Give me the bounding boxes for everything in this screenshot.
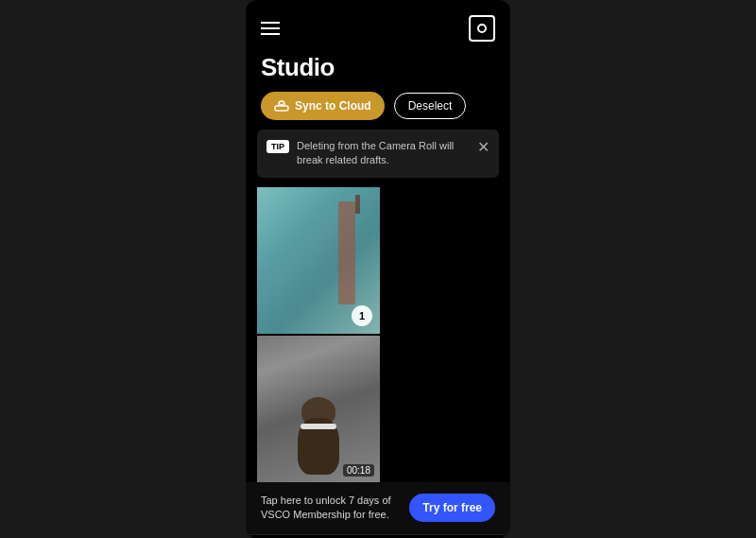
photo-item-2[interactable]: 00:18 bbox=[257, 336, 380, 482]
promo-text: Tap here to unlock 7 days of VSCO Member… bbox=[261, 494, 400, 523]
photo-cat-image bbox=[257, 336, 380, 482]
cat-collar bbox=[301, 424, 336, 429]
try-free-button[interactable]: Try for free bbox=[409, 494, 495, 522]
tip-banner: TIP Deleting from the Camera Roll will b… bbox=[257, 130, 499, 178]
photo-item-1[interactable]: 1 bbox=[257, 187, 380, 334]
photo-grid: 1 00:18 bbox=[246, 187, 510, 482]
top-bar bbox=[246, 0, 510, 49]
svg-rect-0 bbox=[275, 106, 288, 111]
sync-label: Sync to Cloud bbox=[295, 99, 371, 113]
sync-to-cloud-button[interactable]: Sync to Cloud bbox=[261, 92, 385, 120]
camera-icon[interactable] bbox=[469, 15, 495, 42]
tip-label: TIP bbox=[266, 140, 289, 153]
sync-icon bbox=[274, 98, 289, 113]
bottom-nav: Edit Video Montage Share bbox=[246, 534, 510, 538]
tip-message: Deleting from the Camera Roll will break… bbox=[297, 139, 470, 168]
cat-illustration bbox=[285, 388, 352, 482]
menu-icon[interactable] bbox=[261, 22, 280, 35]
phone-screen: Studio Sync to Cloud Deselect TIP Deleti… bbox=[246, 0, 510, 538]
tip-close-button[interactable]: ✕ bbox=[477, 138, 490, 156]
promo-banner: Tap here to unlock 7 days of VSCO Member… bbox=[246, 482, 510, 534]
selection-badge-1: 1 bbox=[352, 305, 372, 326]
page-title: Studio bbox=[261, 53, 495, 82]
action-row: Sync to Cloud Deselect bbox=[261, 92, 495, 120]
title-area: Studio Sync to Cloud Deselect bbox=[246, 49, 510, 130]
deselect-button[interactable]: Deselect bbox=[394, 93, 467, 119]
video-duration: 00:18 bbox=[343, 464, 374, 477]
